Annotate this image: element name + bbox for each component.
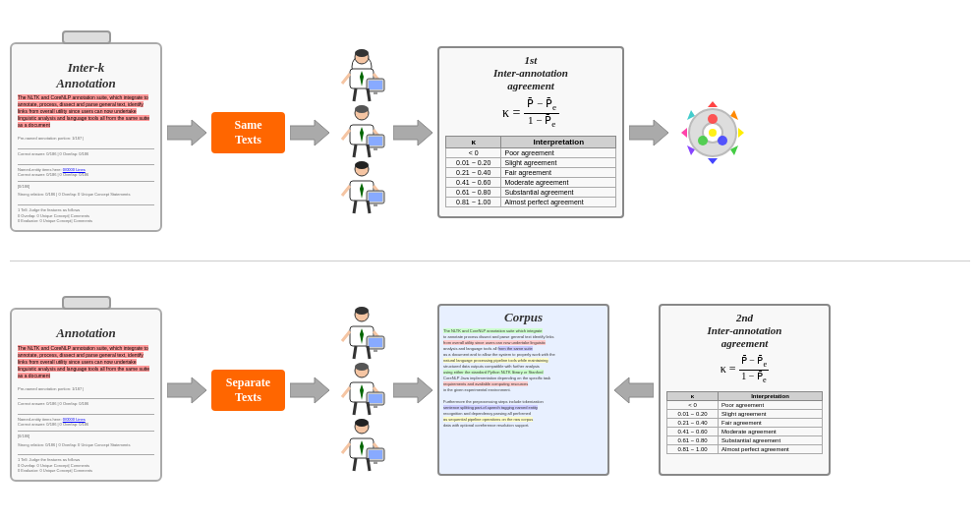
svg-rect-62 [374, 349, 377, 352]
corpus-text: The NLTK and CoreNLP annotation suite wh… [443, 328, 604, 429]
svg-point-66 [355, 363, 369, 371]
same-texts-label: SameTexts [211, 112, 285, 153]
main-container: Inter-kAnnotation The NLTK and CoreNLP a… [0, 0, 980, 522]
svg-marker-1 [290, 120, 329, 145]
svg-rect-84 [374, 461, 377, 464]
arrow-1-bottom [167, 376, 206, 405]
svg-marker-42 [708, 158, 718, 164]
svg-line-85 [354, 458, 356, 471]
annotator-bottom-3 [334, 419, 388, 473]
arrow-4-bottom [614, 376, 654, 405]
svg-line-24 [368, 145, 370, 157]
svg-rect-83 [369, 450, 382, 459]
row-divider [10, 261, 970, 261]
annotation-title-bottom: Annotation [18, 325, 154, 341]
bottom-row: Annotation The NLTK and CoreNLP annotati… [10, 267, 970, 512]
kappa-bottom-row-5: 0.61 − 0.80 Substantial agreement [667, 435, 823, 444]
svg-point-4 [355, 49, 369, 57]
svg-rect-11 [374, 91, 377, 94]
kappa-table-top: κ Interpretation < 0 Poor agreement 0.01… [445, 136, 616, 207]
svg-rect-61 [369, 338, 382, 347]
svg-line-64 [368, 346, 370, 359]
svg-marker-52 [167, 377, 206, 403]
svg-rect-10 [369, 81, 382, 89]
svg-line-63 [354, 346, 356, 359]
svg-marker-87 [393, 377, 432, 403]
svg-rect-33 [374, 203, 377, 206]
svg-line-18 [342, 130, 350, 140]
kappa-title-top: 1stInter-annotationagreement [445, 54, 616, 93]
svg-line-23 [354, 145, 356, 157]
svg-rect-73 [374, 405, 377, 408]
annotator-3 [334, 161, 388, 215]
svg-line-35 [368, 201, 370, 213]
svg-marker-0 [167, 120, 206, 145]
clipboard-clip-top [62, 30, 111, 44]
kappa-formula-top: κ = P̄ − P̄e 1 − P̄e [445, 97, 616, 130]
kappa-formula-bottom: κ = P̄ − P̄e 1 − P̄e [666, 355, 823, 385]
kappa-row-4: 0.41 − 0.60 Moderate agreement [446, 177, 616, 187]
separate-texts-label: SeparateTexts [211, 370, 285, 411]
annotators-group-bottom [334, 307, 388, 473]
kappa-row-3: 0.21 − 0.40 Fair agreement [446, 167, 616, 177]
svg-marker-88 [614, 377, 654, 403]
annotators-group-top [334, 49, 388, 215]
kappa-table-bottom-header-kappa: κ [667, 391, 719, 400]
arrow-3-bottom [393, 376, 432, 405]
annotator-bottom-2 [334, 363, 388, 417]
svg-point-50 [698, 136, 708, 145]
annotator-2 [334, 105, 388, 159]
annotator-bottom-1 [334, 307, 388, 361]
kappa-bottom-row-4: 0.41 − 0.60 Moderate agreement [667, 427, 823, 435]
svg-marker-36 [393, 120, 432, 145]
kappa-bottom-row-3: 0.21 − 0.40 Fair agreement [667, 418, 823, 427]
top-row: Inter-kAnnotation The NLTK and CoreNLP a… [10, 10, 970, 255]
arrow-3-top [393, 118, 432, 147]
kappa-table-bottom: κ Interpretation < 0 Poor agreement 0.01… [666, 391, 823, 454]
svg-line-12 [354, 88, 356, 101]
svg-point-51 [709, 129, 717, 137]
arrow-2-bottom [290, 376, 329, 405]
annotation-content-bottom: The NLTK and CoreNLP annotation suite, w… [18, 345, 154, 474]
arrow-4-top [629, 118, 668, 147]
svg-line-13 [368, 88, 370, 101]
arrow-1-top [167, 118, 206, 147]
clipboard-clip-bottom [62, 296, 111, 310]
svg-line-34 [354, 201, 356, 213]
kappa-table-bottom-header-interp: Interpretation [719, 391, 823, 400]
kappa-bottom-row-6: 0.81 − 1.00 Almost perfect agreement [667, 444, 823, 453]
svg-point-26 [355, 161, 369, 169]
svg-marker-44 [681, 128, 687, 138]
annotation-clipboard-bottom: Annotation The NLTK and CoreNLP annotati… [10, 308, 162, 482]
svg-marker-53 [290, 377, 329, 403]
kappa-row-1: < 0 Poor agreement [446, 147, 616, 157]
svg-line-74 [354, 402, 356, 415]
kappa-row-6: 0.81 − 1.00 Almost perfect agreement [446, 197, 616, 206]
svg-line-7 [342, 74, 350, 84]
svg-line-80 [342, 443, 350, 453]
annotation-title-top: Inter-kAnnotation [18, 60, 154, 90]
corpus-title: Corpus [443, 310, 604, 325]
svg-marker-37 [629, 120, 668, 145]
kappa-row-2: 0.01 − 0.20 Slight agreement [446, 157, 616, 167]
svg-marker-38 [708, 101, 718, 107]
svg-line-29 [342, 186, 350, 196]
svg-line-86 [368, 458, 370, 471]
kappa-card-top: 1stInter-annotationagreement κ = P̄ − P̄… [437, 46, 624, 218]
kappa-bottom-row-1: < 0 Poor agreement [667, 400, 823, 409]
corpus-card: Corpus The NLTK and CoreNLP annotation s… [437, 304, 609, 476]
svg-point-48 [708, 114, 718, 124]
svg-line-75 [368, 402, 370, 415]
svg-rect-72 [369, 394, 382, 403]
svg-point-49 [718, 136, 727, 145]
annotation-clipboard-top: Inter-kAnnotation The NLTK and CoreNLP a… [10, 42, 162, 232]
arrow-2-top [290, 118, 329, 147]
annotation-content-top: The NLTK and CoreNLP annotation suite, w… [18, 94, 154, 223]
svg-marker-40 [738, 128, 744, 138]
kappa-bottom-row-2: 0.01 − 0.20 Slight agreement [667, 409, 823, 418]
svg-rect-22 [374, 147, 377, 150]
svg-rect-21 [369, 137, 382, 145]
svg-line-58 [342, 331, 350, 341]
svg-point-77 [355, 419, 369, 427]
annotator-1 [334, 49, 388, 103]
